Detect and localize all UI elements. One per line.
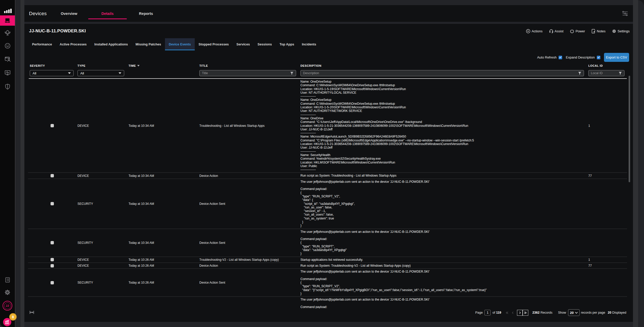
table-row[interactable]: DEVICEToday at 10:34 AMTroubleshooting -… — [28, 79, 627, 173]
sidebar-item-remote-support[interactable] — [0, 28, 15, 38]
expand-description-toggle[interactable]: Expand Description — [566, 55, 600, 59]
row-checkbox[interactable] — [51, 258, 54, 261]
type-filter-select[interactable]: All — [77, 70, 124, 76]
row-type: SECURITY — [77, 202, 129, 206]
row-description: Startup applications list retrieved succ… — [300, 258, 588, 262]
app-logo-bars-icon — [0, 7, 15, 14]
notification-badge[interactable]: 8 — [9, 313, 17, 321]
check-icon — [559, 56, 562, 59]
auto-refresh-checkbox[interactable] — [559, 56, 562, 59]
sidebar-item-security[interactable] — [0, 81, 15, 92]
sidebar-item-devices[interactable] — [0, 15, 15, 26]
laptop-icon — [4, 17, 11, 24]
table-row[interactable]: SECURITYToday at 10:34 AMDevice Action S… — [28, 179, 627, 229]
device-details-panel: JJ-NUC-B-11.POWDER.SKI ActionsAssistPowe… — [24, 24, 633, 322]
notes-button[interactable]: Notes — [591, 29, 606, 33]
sidebar-item-end-users[interactable] — [0, 41, 15, 51]
subtab-stopped-processes[interactable]: Stopped Processes — [195, 38, 233, 50]
subtab-missing-patches[interactable]: Missing Patches — [132, 38, 165, 50]
sidebar-item-monitoring[interactable] — [0, 68, 15, 78]
subtab-device-events[interactable]: Device Events — [165, 38, 195, 50]
page-label: Page — [475, 311, 483, 314]
row-checkbox[interactable] — [51, 241, 54, 244]
settings-button[interactable]: Settings — [612, 29, 630, 33]
gear-icon — [4, 289, 11, 296]
top-tab-reports[interactable]: Reports — [127, 5, 165, 22]
local-id-filter-input[interactable]: Local ID — [588, 70, 625, 76]
row-type: SECURITY — [77, 241, 129, 245]
table-row[interactable]: SECURITYToday at 10:26 AMDevice Action S… — [28, 269, 627, 297]
severity-filter-select[interactable]: All — [30, 70, 74, 76]
row-checkbox[interactable] — [51, 281, 54, 284]
fit-width-icon[interactable] — [30, 310, 34, 314]
gear-icon — [612, 29, 616, 33]
table-row[interactable]: SECURITYToday at 10:34 AMDevice Action S… — [28, 229, 627, 257]
table-row[interactable]: DEVICEToday at 10:34 AMDevice ActionRun … — [28, 173, 627, 179]
actions-button[interactable]: Actions — [526, 29, 543, 33]
table-row[interactable]: DEVICEToday at 10:26 AMDevice ActionRun … — [28, 263, 627, 269]
previous-page-button[interactable] — [510, 310, 516, 315]
sidebar-item-settings[interactable] — [0, 287, 15, 297]
expand-description-checkbox[interactable] — [597, 56, 600, 59]
actions-label: Actions — [532, 29, 543, 33]
row-time: Today at 10:26 AM — [129, 281, 199, 284]
table-scrollbar[interactable] — [629, 76, 630, 182]
check-icon — [597, 56, 600, 59]
chevron-down-icon — [119, 72, 121, 74]
records-count: 2362 Records — [532, 311, 552, 314]
view-options-button[interactable] — [622, 10, 629, 17]
type-filter-value: All — [80, 71, 84, 75]
sidebar-item-software[interactable] — [0, 54, 15, 64]
power-button[interactable]: Power — [570, 29, 585, 33]
subtab-installed-applications[interactable]: Installed Applications — [91, 38, 132, 50]
assist-label: Assist — [555, 29, 564, 33]
local-id-filter-placeholder: Local ID — [591, 71, 619, 75]
row-title: Device Action Sent — [199, 281, 300, 284]
description-filter-input[interactable]: Description — [300, 70, 584, 76]
row-checkbox[interactable] — [51, 264, 54, 267]
user-avatar[interactable]: JJ — [3, 301, 12, 311]
severity-filter-value: All — [33, 71, 36, 75]
monitoring-pulse-icon — [4, 69, 11, 76]
row-checkbox[interactable] — [51, 124, 54, 127]
column-header-title[interactable]: TITLE — [199, 64, 208, 67]
subtab-sessions[interactable]: Sessions — [254, 38, 276, 50]
subtab-top-apps[interactable]: Top Apps — [276, 38, 298, 50]
table-row[interactable]: The user jeffjohnson@jupiterlab.com sent… — [28, 297, 627, 309]
sidebar-item-activity-log[interactable] — [0, 275, 15, 285]
filter-row: All All Title Description Local ID — [24, 70, 633, 76]
funnel-icon — [619, 72, 622, 75]
table-row[interactable]: DEVICEToday at 10:26 AMTroubleshooting-V… — [28, 257, 627, 263]
assist-button[interactable]: Assist — [549, 29, 564, 33]
software-inventory-icon — [4, 56, 11, 63]
left-gutter-strip — [21, 0, 24, 327]
subtab-active-processes[interactable]: Active Processes — [56, 38, 91, 50]
column-header-local-id[interactable]: LOCAL ID — [588, 64, 603, 67]
next-page-button[interactable] — [517, 310, 523, 316]
top-tab-overview[interactable]: Overview — [50, 5, 88, 22]
column-header-description[interactable]: DESCRIPTION — [300, 64, 321, 67]
top-tab-details[interactable]: Details — [88, 5, 127, 22]
row-description: Name: OneDriveSetup Command: C:\Windows\… — [300, 80, 588, 171]
column-header-type[interactable]: TYPE — [77, 64, 85, 67]
row-description: Run script as System: Troubleshooting - … — [300, 174, 588, 177]
first-page-button[interactable] — [504, 310, 510, 315]
subtab-services[interactable]: Services — [233, 38, 254, 50]
row-title: Device Action — [199, 264, 300, 267]
auto-refresh-toggle[interactable]: Auto Refresh — [537, 55, 562, 59]
column-header-severity[interactable]: SEVERITY — [30, 64, 45, 67]
description-filter-placeholder: Description — [303, 71, 578, 75]
sort-desc-icon — [137, 65, 140, 66]
column-header-time[interactable]: TIME — [129, 64, 140, 67]
subtab-performance[interactable]: Performance — [28, 38, 56, 50]
row-checkbox[interactable] — [51, 174, 54, 177]
remote-support-icon — [4, 30, 11, 36]
export-to-csv-button[interactable]: Export to CSV — [604, 53, 629, 62]
row-checkbox[interactable] — [51, 202, 54, 205]
per-page-select[interactable]: 20 — [568, 309, 580, 316]
title-filter-input[interactable]: Title — [199, 70, 296, 76]
headset-icon — [549, 29, 553, 33]
page-number-input[interactable] — [484, 310, 491, 315]
subtab-incidents[interactable]: Incidents — [298, 38, 320, 50]
last-page-button[interactable] — [522, 310, 528, 316]
